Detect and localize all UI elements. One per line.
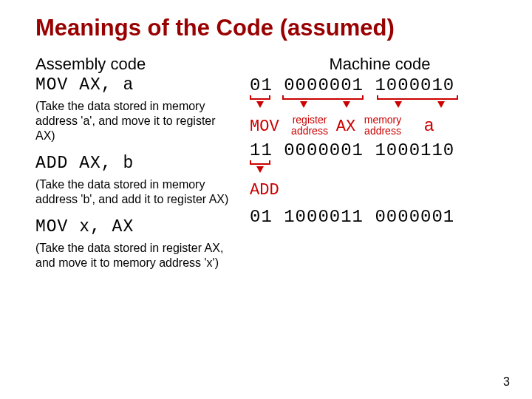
machine-header: Machine code	[250, 55, 510, 74]
slide-title: Meanings of the Code (assumed)	[0, 0, 532, 55]
annot-a: a	[405, 116, 434, 136]
mc-block-0: 01 0000001 1000010	[250, 75, 510, 95]
mc0-annotation: MOV registeraddress AX memoryaddress a	[250, 115, 510, 136]
arrow-down-icon	[437, 101, 445, 108]
arrow-down-icon	[343, 101, 350, 108]
annot-op: MOV	[250, 117, 288, 136]
mc-bits-2: 01 1000011 0000001	[250, 207, 510, 227]
assembly-header: Assembly code	[35, 55, 250, 74]
annot-ax: AX	[331, 117, 361, 136]
arrow-down-icon	[300, 101, 307, 108]
arrow-down-icon	[256, 101, 264, 108]
page-number: 3	[503, 375, 510, 389]
content-columns: Assembly code MOV AX, a (Take the data s…	[0, 55, 532, 281]
annot-add: ADD	[250, 181, 510, 200]
asm-desc-0: (Take the data stored in memory address …	[35, 99, 250, 143]
asm-desc-2: (Take the data stored in register AX, an…	[35, 241, 250, 270]
mc-bits-0: 01 0000001 1000010	[250, 75, 510, 95]
left-column: Assembly code MOV AX, a (Take the data s…	[35, 55, 250, 281]
annot-mem-addr: memoryaddress	[361, 115, 405, 136]
asm-line-0: MOV AX, a	[35, 75, 250, 95]
mc-block-2: 01 1000011 0000001	[250, 207, 510, 227]
mc-bits-1: 11 0000001 1000110	[250, 140, 510, 160]
asm-line-2: MOV x, AX	[35, 217, 250, 236]
mc-block-1: 11 0000001 1000110	[250, 140, 510, 160]
asm-desc-1: (Take the data stored in memory address …	[35, 177, 250, 207]
right-column: Machine code 01 0000001 1000010 MOV regi…	[250, 55, 510, 281]
arrow-down-icon	[256, 166, 264, 173]
annot-reg-addr: registeraddress	[288, 115, 331, 136]
arrow-down-icon	[395, 101, 402, 108]
asm-line-1: ADD AX, b	[35, 154, 250, 173]
